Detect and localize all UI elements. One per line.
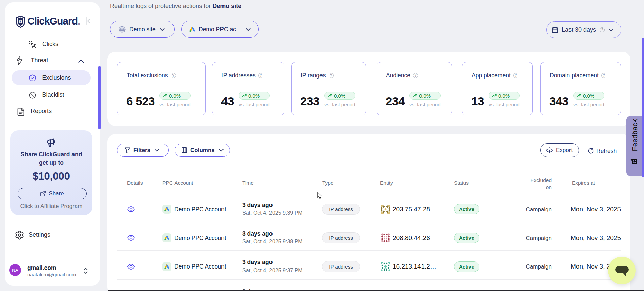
svg-text:G: G [19, 19, 22, 24]
